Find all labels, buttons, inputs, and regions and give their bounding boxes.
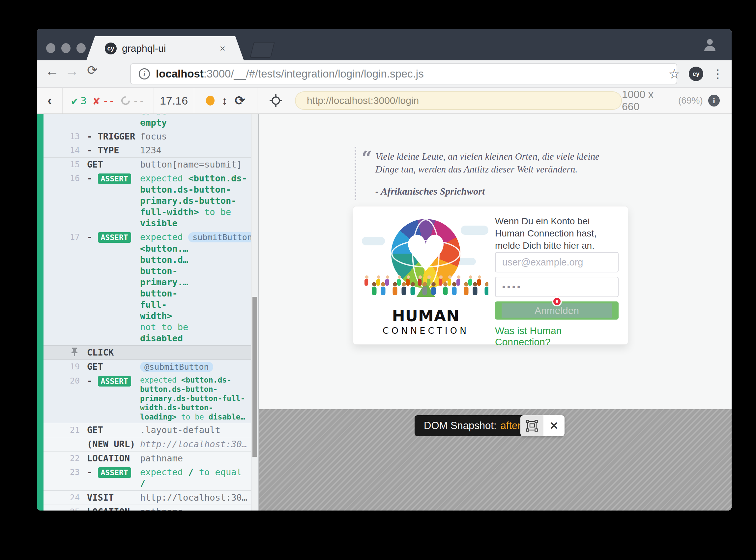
stat-passed[interactable]: ✔3 [71,94,87,107]
browser-tab[interactable]: cy graphql-ui × [86,36,244,60]
log-row-number: 24 [43,492,80,503]
log-text: http://localhost:30… [140,439,247,449]
close-window-button[interactable] [46,43,55,53]
log-text: <button.ds- [188,173,247,183]
log-row-message: focus [139,131,249,142]
log-row[interactable]: 24VISIThttp://localhost:30… [43,491,251,505]
stat-failed[interactable]: ✘-- [93,94,115,107]
quote-block: “ Viele kleine Leute, an vielen kleinen … [355,147,622,200]
test-duration: 17.16 [154,88,194,114]
log-text: full-width> [140,207,199,217]
log-row-message: expected <button.ds-button.ds-button-pri… [139,375,249,421]
log-text: button[name=submit] [140,159,242,169]
aut-url-field[interactable]: http://localhost:3000/login [295,91,622,110]
minimize-window-button[interactable] [61,43,70,53]
address-bar[interactable]: i localhost:3000/__/#/tests/integration/… [130,63,677,84]
viewport-info-icon[interactable]: i [708,95,720,106]
quote-mark-icon: “ [361,147,372,168]
log-row-message: .layout-default [139,424,249,436]
log-row-pinned[interactable]: CLICK [43,345,251,360]
log-row-method: VISIT [80,492,139,503]
log-row-method: LOCATION [80,453,139,464]
password-field[interactable] [495,277,618,297]
log-row-message: http://localhost:30… [139,492,249,503]
log-text: focus [140,131,167,141]
dom-snapshot: “ Viele kleine Leute, an vielen kleinen … [259,114,732,409]
log-text: / [188,467,193,477]
browser-navbar: ← → ⟳ i localhost:3000/__/#/tests/integr… [37,60,732,87]
log-row-message: @submitButton [139,361,249,373]
forward-button[interactable]: → [63,63,80,79]
cypress-extension-icon[interactable]: cy [689,67,703,81]
close-snapshot-button[interactable]: ✕ [543,415,565,436]
log-text: to be [177,413,209,421]
log-row[interactable]: (NEW URL)http://localhost:30… [43,437,251,452]
log-row[interactable]: 16- ASSERTexpected <button.ds-button.ds-… [43,172,251,230]
cypress-highlight-overlay: Anmelden [502,303,612,318]
log-row[interactable]: 23- ASSERTexpected / to equal/ [43,465,251,491]
log-row[interactable]: 13- TRIGGERfocus [43,129,251,143]
passed-check-icon: ✔ [71,94,78,107]
email-field[interactable] [495,252,618,273]
log-row[interactable]: 21GET.layout-default [43,423,251,437]
scrollbar-thumb[interactable] [252,297,257,457]
log-text: empty [140,117,167,128]
bookmark-star-icon[interactable]: ☆ [668,66,680,81]
viewport-size: 1000 x 660 [622,88,673,113]
navbar-right: ☆ cy ⋮ [668,60,732,87]
selector-playground-button[interactable] [257,88,294,114]
log-row[interactable]: to beempty [43,114,251,129]
log-row-message: pathname [139,506,249,511]
profile-avatar-icon[interactable] [702,37,718,53]
back-button[interactable]: ← [43,63,61,79]
log-row-method: CLICK [80,347,139,358]
viewport-scale: (69%) [678,95,703,106]
collapse-reporter-button[interactable]: ‹ [37,88,63,114]
maximize-window-button[interactable] [77,43,86,53]
highlight-regions-icon [526,420,538,432]
log-text: button.ds-button- [140,184,231,195]
log-row[interactable]: 20- ASSERTexpected <button.ds-button.ds-… [43,374,251,423]
log-row[interactable]: 17- ASSERTexpected submitButton<button.…… [43,230,251,345]
log-row-message: expected submitButton<button.…button.d…b… [139,232,251,344]
scroll-toggle-icon[interactable]: ↕ [222,94,227,107]
log-row[interactable]: 15GETbutton[name=submit] [43,158,251,172]
new-tab-button[interactable] [250,42,275,58]
log-text: expected [140,232,188,242]
log-row[interactable]: 14- TYPE1234 [43,143,251,158]
stat-pending[interactable]: -- [121,95,145,106]
log-row-message [139,347,249,358]
log-row[interactable]: 19GET@submitButton [43,360,251,374]
tab-close-icon[interactable]: × [219,43,226,54]
log-text: disabled [140,333,183,343]
log-text: primary.… [140,277,188,287]
log-row[interactable]: 22LOCATIONpathname [43,452,251,465]
toggle-highlights-button[interactable] [520,415,543,436]
pin-icon [43,347,80,358]
url-path: :3000/__/#/tests/integration/login/login… [204,67,424,80]
submit-label: Anmelden [534,305,579,316]
what-is-link[interactable]: Was ist Human Connection? [495,325,618,347]
log-row-number: 25 [43,506,80,511]
log-row[interactable]: 25LOCATIONpathname [43,505,251,511]
failed-count: -- [103,95,115,106]
runner-controls: ↕ ⟳ [194,88,257,114]
log-text: button.ds-button- [140,385,217,394]
log-text: not to be [140,322,188,332]
log-text: / [140,478,145,488]
title-bar: cy graphql-ui × [37,29,732,60]
cypress-toolbar: ‹ ✔3 ✘-- -- 17.16 ↕ ⟳ ht [37,87,732,114]
crosshair-icon [269,93,283,108]
login-card: ♥ HUMAN CONNECTION Wenn Du ein Konto bei… [353,206,628,345]
reload-button[interactable]: ⟳ [84,63,101,78]
rerun-tests-icon[interactable]: ⟳ [235,93,245,108]
browser-menu-icon[interactable]: ⋮ [712,67,724,81]
cloud-icon [362,237,385,245]
log-text: to equal [194,467,242,477]
log-row-message: 1234 [139,145,249,156]
site-info-icon[interactable]: i [139,68,150,79]
reporter-scrollbar[interactable] [251,114,258,511]
log-text: primary.ds-button-full- [140,394,245,403]
auto-scroll-dot-icon[interactable] [206,96,214,105]
log-row-method: - TYPE [80,145,139,156]
